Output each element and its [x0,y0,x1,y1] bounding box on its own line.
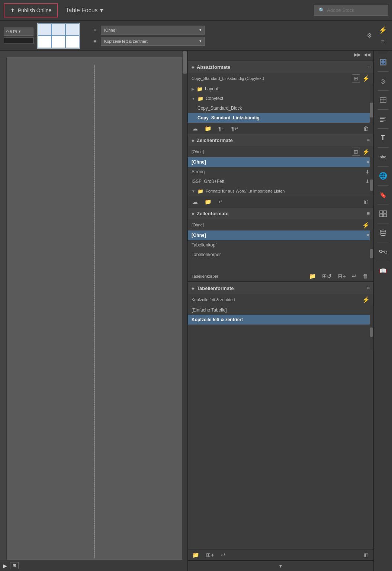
canvas-scroll-thumb[interactable] [183,51,187,74]
zeichenformate-menu-icon[interactable]: ≡ [367,137,370,143]
collapse-arrow[interactable]: ◀◀ [364,52,370,59]
view-mode-button[interactable]: ⊞ [10,562,19,569]
tabellenkorper-folder-button[interactable]: 📁 [308,272,318,280]
sidebar-transform-button[interactable] [376,55,391,70]
table-cell-h2 [52,23,65,36]
stroke-size-dropdown[interactable]: 0,5 Pt ▾ [4,28,33,36]
zeichenformate-scroll-thumb[interactable] [370,180,373,191]
zellenformate-clear-icon[interactable]: ✕ [366,233,370,238]
absatzformate-scrollbar[interactable] [370,84,373,123]
absatz-trash-button[interactable]: 🗑 [362,125,370,132]
horizontal-ruler [0,51,187,57]
tabellenformate-kopfzeile[interactable]: Kopfzeile fett & zentriert [188,315,373,325]
absatz-folder-button[interactable]: 📁 [203,125,213,133]
zeichenformate-new-style-button[interactable]: ⊞ [352,148,360,156]
tabellenformate-menu-icon[interactable]: ≡ [367,285,370,291]
zellenformate-ohne[interactable]: [Ohne] ✕ [188,230,373,240]
absatz-cloud-button[interactable]: ☁ [191,125,199,133]
absatzformate-current-style-bar: Copy_Standard_Linksbündig (Copytext) ⊞ ⚡ [188,73,373,84]
hamburger-button[interactable]: ≡ [379,37,386,47]
strong-cloud-icon[interactable]: ⬇ [365,169,370,175]
zellenformate-scroll-thumb[interactable] [370,249,373,258]
canvas-area: ▶ ⊞ [0,51,187,571]
tabellen-trash-button[interactable]: 🗑 [362,551,370,559]
zellenformate-title-bar[interactable]: ◆ Zellenformate ≡ [188,207,373,219]
zeichenformate-lightning-icon[interactable]: ⚡ [362,148,370,155]
tabellen-indent-button[interactable]: ↵ [219,551,227,559]
absatzformate-title-bar[interactable]: ◆ Absatzformate ≡ [188,61,373,73]
stroke-color-swatch[interactable] [4,37,33,44]
absatzformate-copy-links[interactable]: Copy_Standard_Linksbündig [188,113,373,123]
zellenformate-tabellenkorper[interactable]: Tabellenkörper [188,250,373,259]
tabellenformate-title-bar[interactable]: ◆ Tabellenformate ≡ [188,282,373,294]
sidebar-text-align-button[interactable] [376,112,391,126]
sidebar-globe-button[interactable]: 🌐 [376,168,391,183]
tabellenkorper-revert-button[interactable]: ⊞↺ [321,272,333,280]
absatzformate-copytext-folder[interactable]: ▼ 📁 Copytext [188,94,373,103]
table-focus-button[interactable]: Table Focus ▾ [61,5,107,15]
publish-online-button[interactable]: ⬆ Publish Online [4,3,58,17]
tabellenkorper-new-button[interactable]: ⊞+ [336,272,347,280]
clear-style-icon[interactable]: ✕ [366,159,370,165]
tabellenkorper-indent-button[interactable]: ↵ [350,272,358,280]
top-bar: ⬆ Publish Online Table Focus ▾ 🔍 [0,0,392,21]
stack-icon [379,229,387,236]
panels-scroll-down[interactable]: ▼ [188,561,373,571]
zeichenformate-toolbar: ☁ 📁 ↵ 🗑 [188,196,373,207]
tabellenformate-scroll-thumb[interactable] [370,328,373,337]
dashed-guide [94,65,95,558]
zellenformate-tabellenkopf[interactable]: Tabellenkopf [188,240,373,250]
absatzformate-menu-icon[interactable]: ≡ [367,64,370,70]
tabellen-new-button[interactable]: ⊞+ [205,551,216,559]
sidebar-align-button[interactable]: ◎ [376,74,391,88]
zeichenformate-scrollbar[interactable] [370,157,373,196]
absatzformate-layout-folder[interactable]: ▶ 📁 Layout [188,84,373,94]
zeichen-cloud-button[interactable]: ☁ [191,198,199,206]
absatzformate-scroll-thumb[interactable] [370,103,373,117]
zeichenformate-issf[interactable]: ISSF_Groß+Fett ⬇ [188,177,373,186]
zeichen-folder-button[interactable]: 📁 [203,198,213,206]
sidebar-typography-button[interactable]: T [376,130,391,145]
sidebar-layers-button[interactable] [376,206,391,221]
panels-down-arrow: ▼ [279,564,283,569]
absatz-indent-button[interactable]: ¶↵ [230,125,241,133]
sidebar-table-button[interactable] [376,93,391,107]
absatz-new-para-button[interactable]: ¶+ [217,125,226,132]
zeichenformate-formate-folder[interactable]: ▼ 📁 Formate für aus Word/...n importiert… [188,186,373,196]
tabellenformate-scrollbar[interactable] [370,305,373,350]
sidebar-divider-3 [377,109,389,110]
lightning-button[interactable]: ⚡ [377,25,388,36]
absatzformate-lightning-icon[interactable]: ⚡ [362,75,370,82]
zeichenformate-ohne[interactable]: [Ohne] ✕ [188,157,373,167]
body-format-dropdown[interactable]: Kopfzeile fett & zentriert ▾ [101,37,205,46]
gear-button[interactable]: ⚙ [365,30,373,41]
tabellenformate-einfache[interactable]: [Einfache Tabelle] [188,305,373,315]
sidebar-char-style-button[interactable]: ahc [376,149,391,164]
zeichen-indent-button[interactable]: ↵ [217,198,225,206]
sidebar-stack-button[interactable] [376,225,391,240]
svg-rect-4 [383,62,385,64]
zellenformate-menu-icon[interactable]: ≡ [367,210,370,216]
absatzformate-copy-block[interactable]: Copy_Standard_Block [188,103,373,113]
zeichenformate-current-style-bar: [Ohne] ⊞ ⚡ [188,146,373,157]
zeichenformate-title-bar[interactable]: ◆ Zeichenformate ≡ [188,134,373,146]
sidebar-bookmark-button[interactable]: 🔖 [376,187,391,202]
sidebar-book-button[interactable]: 📖 [376,263,391,278]
transform-icon [379,58,387,66]
tabellen-folder-button[interactable]: 📁 [191,551,201,559]
zeichenformate-strong[interactable]: Strong ⬇ [188,167,373,177]
issf-cloud-icon[interactable]: ⬇ [365,178,370,184]
zellenformate-scrollbar[interactable] [370,230,373,271]
sidebar-link-button[interactable] [376,244,391,259]
tabellenformate-lightning-icon[interactable]: ⚡ [362,296,370,303]
header-format-dropdown[interactable]: [Ohne] ▾ [101,26,205,35]
zellenformate-lightning-icon[interactable]: ⚡ [362,222,370,229]
absatzformate-new-style-button[interactable]: ⊞ [352,74,360,83]
zeichen-trash-button[interactable]: 🗑 [362,198,370,206]
expand-right-arrow[interactable]: ▶▶ [354,52,361,59]
zellenformate-title: Zellenformate [197,211,364,216]
tabellenkorper-trash-button[interactable]: 🗑 [361,272,370,280]
canvas-vertical-scrollbar[interactable] [182,51,187,571]
play-button[interactable]: ▶ [3,563,7,569]
adobe-stock-input[interactable] [327,7,379,13]
